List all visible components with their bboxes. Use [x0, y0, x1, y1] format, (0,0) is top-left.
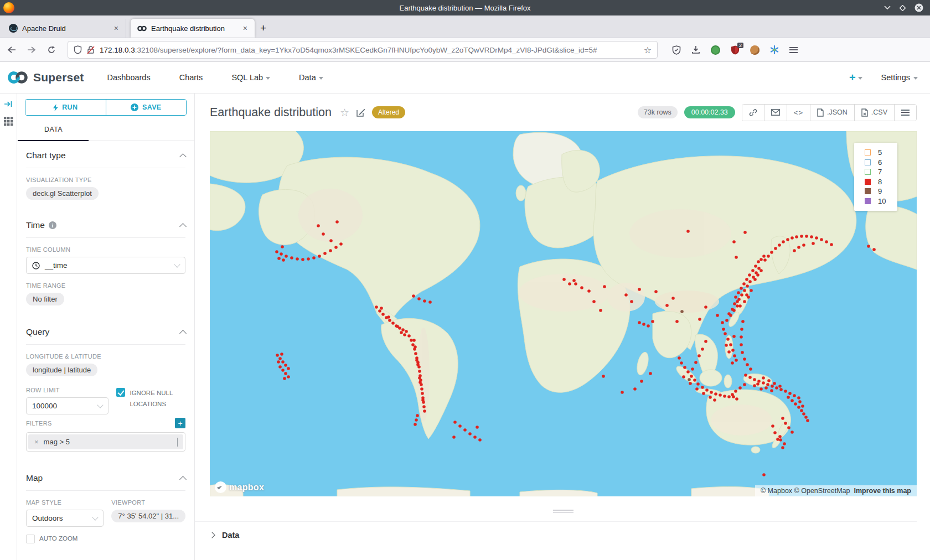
close-icon[interactable] — [914, 3, 923, 12]
map-attribution: © Mapbox © OpenStreetMap Improve this ma… — [755, 485, 917, 496]
new-item-button[interactable]: + — [849, 71, 862, 84]
bookmark-star-icon[interactable]: ☆ — [644, 45, 652, 55]
row-count-badge: 73k rows — [638, 106, 678, 118]
save-button[interactable]: SAVE — [106, 100, 187, 115]
favorite-star-icon[interactable]: ☆ — [340, 106, 349, 119]
improve-map-link[interactable]: Improve this map — [854, 487, 912, 495]
envelope-icon — [771, 109, 780, 116]
extension-green-icon[interactable] — [711, 45, 720, 55]
lightning-icon — [53, 104, 58, 111]
main-content: Earthquake distribution ☆ Altered 73k ro… — [195, 94, 930, 560]
section-query[interactable]: Query — [26, 318, 185, 345]
menu-hamburger-icon[interactable] — [789, 47, 798, 53]
edit-properties-icon[interactable] — [356, 108, 365, 117]
window-titlebar: Earthquake distribution — Mozilla Firefo… — [0, 0, 930, 15]
browser-toolbar: 172.18.0.3:32108/superset/explore/?form_… — [0, 38, 930, 62]
chevron-down-icon — [913, 77, 918, 80]
time-range-value[interactable]: No filter — [26, 293, 64, 305]
file-icon — [817, 108, 824, 117]
row-limit-label: ROW LIMIT — [26, 387, 108, 393]
settings-menu[interactable]: Settings — [881, 73, 918, 82]
control-panel: RUN SAVE DATA Chart type VISUALIZATION T… — [17, 94, 195, 560]
map-style-select[interactable]: Outdoors — [26, 510, 104, 527]
viewport-value[interactable]: 7° 35' 54.02" | 31... — [111, 510, 185, 522]
nav-charts[interactable]: Charts — [179, 73, 203, 82]
expand-panel-icon[interactable] — [4, 100, 13, 108]
resize-handle[interactable] — [210, 510, 917, 513]
embed-code-button[interactable]: <> — [787, 105, 810, 121]
map-canvas[interactable]: 5678910 mapbox © Mapbox © OpenStreetMap … — [210, 131, 917, 496]
section-time[interactable]: Timei — [26, 211, 185, 238]
minimize-icon[interactable] — [884, 6, 891, 10]
nav-sql-lab[interactable]: SQL Lab — [231, 73, 270, 82]
mapbox-logo[interactable]: mapbox — [215, 481, 264, 493]
tab-apache-druid[interactable]: Apache Druid × — [2, 19, 126, 38]
time-column-select[interactable]: __time — [26, 257, 185, 274]
auto-zoom-checkbox[interactable] — [26, 535, 35, 543]
superset-logo[interactable]: Superset — [7, 70, 84, 85]
legend-item: 10 — [865, 196, 897, 206]
legend-label: 8 — [878, 178, 882, 186]
map-style-label: MAP STYLE — [26, 499, 104, 506]
viewport-label: VIEWPORT — [111, 499, 185, 506]
pocket-shield-icon[interactable] — [672, 45, 681, 55]
file-icon — [861, 108, 868, 117]
new-tab-button[interactable]: + — [260, 22, 266, 34]
nav-data[interactable]: Data — [299, 73, 323, 82]
chevron-down-icon — [858, 77, 862, 80]
map-legend: 5678910 — [854, 143, 897, 211]
permissions-shield-icon[interactable] — [74, 45, 82, 54]
time-range-label: TIME RANGE — [26, 282, 185, 289]
export-json-button[interactable]: .JSON — [810, 105, 855, 121]
url-bar[interactable]: 172.18.0.3:32108/superset/explore/?form_… — [68, 41, 658, 59]
chevron-right-icon[interactable] — [172, 438, 183, 446]
legend-label: 5 — [878, 148, 882, 157]
legend-item: 6 — [865, 158, 897, 168]
chevron-down-icon — [319, 77, 323, 80]
section-map[interactable]: Map — [26, 464, 185, 491]
legend-item: 9 — [865, 186, 897, 196]
lonlat-label: LONGITUDE & LATITUDE — [26, 353, 185, 360]
insecure-lock-icon[interactable] — [87, 45, 95, 54]
legend-swatch — [865, 179, 871, 185]
viz-type-value[interactable]: deck.gl Scatterplot — [26, 187, 99, 200]
lonlat-value[interactable]: longitude | latitude — [26, 364, 97, 376]
dataset-grid-icon[interactable] — [4, 117, 13, 126]
email-button[interactable] — [764, 105, 787, 121]
ignore-null-checkbox[interactable] — [116, 388, 125, 397]
legend-label: 10 — [878, 197, 886, 205]
chart-title: Earthquake distribution — [210, 106, 332, 120]
tab-close-icon[interactable]: × — [241, 24, 249, 33]
remove-filter-icon[interactable]: × — [28, 438, 44, 446]
reload-icon[interactable] — [43, 42, 60, 58]
filter-container: × mag > 5 — [26, 432, 185, 452]
tab-close-icon[interactable]: × — [112, 24, 120, 33]
section-chart-type[interactable]: Chart type — [26, 141, 185, 168]
share-link-button[interactable] — [742, 105, 764, 121]
chevron-down-icon — [97, 402, 104, 408]
filter-chip[interactable]: × mag > 5 — [28, 434, 183, 449]
section-point-size[interactable]: Point Size — [26, 553, 185, 560]
add-filter-button[interactable]: + — [175, 418, 185, 428]
nav-dashboards[interactable]: Dashboards — [107, 73, 150, 82]
row-limit-select[interactable]: 100000 — [26, 397, 108, 414]
superset-favicon-icon — [137, 25, 147, 32]
clock-icon — [32, 262, 40, 269]
extension-asterisk-icon[interactable] — [770, 45, 779, 54]
run-button[interactable]: RUN — [25, 100, 106, 115]
privacy-badger-icon[interactable] — [750, 45, 760, 55]
chart-menu-button[interactable] — [895, 105, 916, 121]
maximize-icon[interactable] — [900, 5, 906, 11]
downloads-icon[interactable] — [691, 45, 700, 54]
link-icon — [749, 108, 757, 117]
export-csv-button[interactable]: .CSV — [855, 105, 895, 121]
chevron-right-icon — [209, 532, 215, 538]
data-panel-header[interactable]: Data — [195, 521, 917, 540]
ublock-icon[interactable]: 2 — [731, 45, 740, 55]
legend-swatch — [865, 198, 871, 204]
back-icon[interactable] — [3, 42, 20, 58]
mapbox-pin-icon — [215, 481, 226, 493]
tab-earthquake-distribution[interactable]: Earthquake distribution × — [131, 19, 255, 38]
tab-data[interactable]: DATA — [17, 123, 194, 141]
forward-icon[interactable] — [23, 42, 40, 58]
